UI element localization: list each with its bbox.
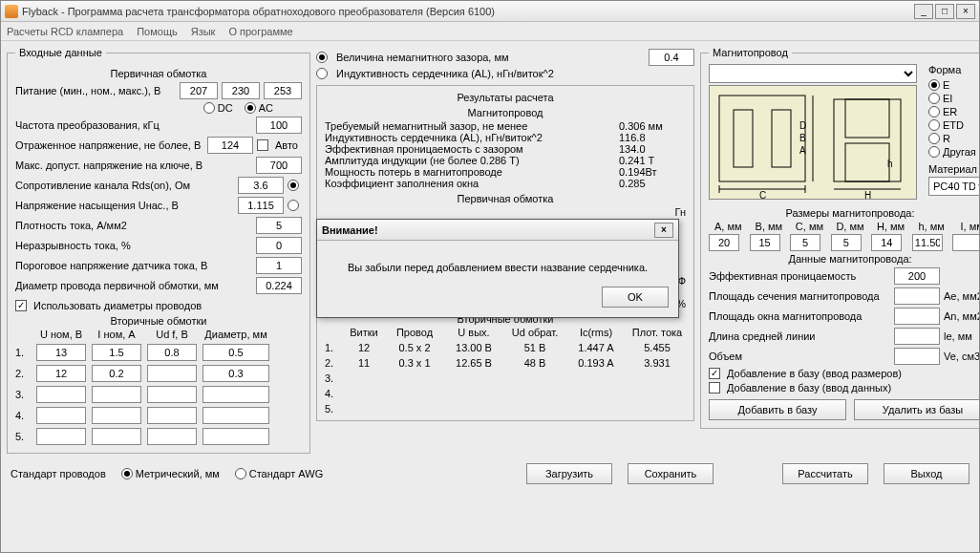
sec4-i[interactable] [92,407,141,424]
shape-er-radio[interactable] [928,106,940,117]
titlebar: Flyback - Программа расчета трансформато… [1,1,979,22]
sec5-u[interactable] [36,428,86,445]
sec5-uf[interactable] [147,428,197,445]
menu-help[interactable]: Помощь [137,26,178,37]
add-db-button[interactable]: Добавить в базу [709,399,846,420]
svg-text:D: D [799,120,806,131]
shape-ei-radio[interactable] [928,93,940,104]
menu-rcd[interactable]: Расчеты RCD клампера [7,26,123,37]
dialog-message: Вы забыли перед добавлением ввести назва… [317,241,678,287]
supply-label: Питание (мин., ном., макс.), В [15,85,176,96]
dialog-close-button[interactable]: × [654,223,673,238]
sec2-d[interactable] [202,365,269,382]
sec2-uf[interactable] [147,365,197,382]
jden-input[interactable] [256,217,302,234]
ac-radio[interactable] [245,102,256,114]
sec-col-i: I ном, A [92,329,141,340]
save-button[interactable]: Сохранить [628,463,714,484]
gap-input[interactable] [649,49,694,66]
al-radio[interactable] [316,68,328,79]
menu-language[interactable]: Язык [191,26,216,37]
dim-c[interactable] [790,234,820,251]
exit-button[interactable]: Выход [884,463,969,484]
core-select[interactable] [709,64,917,83]
usat-radio[interactable] [288,200,299,211]
menu-about[interactable]: О программе [228,26,292,37]
ve-input[interactable] [894,348,940,365]
maximize-button[interactable]: □ [935,4,954,19]
load-button[interactable]: Загрузить [526,463,612,484]
sec4-d[interactable] [202,407,269,424]
dims-grid: A, мм B, мм C, мм D, мм H, мм h, мм I, м… [709,221,980,251]
dim-h[interactable] [871,234,902,251]
sec3-uf[interactable] [147,386,197,403]
minimize-button[interactable]: _ [914,4,933,19]
supply-nom-input[interactable] [222,82,260,99]
shape-other-radio[interactable] [928,146,940,158]
vor-input[interactable] [207,137,253,154]
shape-radios: Форма E EI ER ETD R Другая Материал PC40… [928,64,980,205]
calc-button[interactable]: Рассчитать [782,463,868,484]
auto-label: Авто [275,139,302,151]
app-icon [5,5,18,18]
add-dims-check[interactable] [709,368,720,379]
dc-label: DC [218,102,233,114]
sec2-u[interactable] [36,365,86,382]
sec5-i[interactable] [92,428,141,445]
metric-radio[interactable] [121,468,133,479]
shape-e-radio[interactable] [928,79,940,91]
sec1-u[interactable] [36,344,86,361]
rds-input[interactable] [238,177,284,194]
usat-input[interactable] [238,197,284,214]
sec3-u[interactable] [36,386,86,403]
dim-i[interactable] [952,234,980,251]
sec3-d[interactable] [202,386,269,403]
usewire-check[interactable] [15,300,27,311]
al-label: Индуктивность сердечника (AL), нГн/виток… [336,68,554,79]
svg-rect-1 [734,110,753,167]
dialog-ok-button[interactable]: OK [602,287,669,308]
supply-max-input[interactable] [264,82,302,99]
dwire-input[interactable] [256,277,302,294]
freq-label: Частота преобразования, кГц [15,119,252,131]
svg-text:A: A [799,145,806,156]
dc-radio[interactable] [203,102,215,114]
dim-d[interactable] [831,234,862,251]
dim-b[interactable] [750,234,780,251]
vsense-input[interactable] [256,257,302,274]
shape-label: Форма [928,64,980,75]
sec-col-u: U ном, В [36,329,86,340]
usewire-label: Использовать диаметры проводов [33,300,202,311]
del-db-button[interactable]: Удалить из базы [854,399,980,420]
ac-label: AC [259,102,273,114]
sec4-u[interactable] [36,407,86,424]
effperm-input[interactable] [894,267,940,285]
rds-radio[interactable] [288,180,299,191]
add-data-check[interactable] [709,382,720,393]
supply-min-input[interactable] [180,82,218,99]
sec2-i[interactable] [92,365,141,382]
freq-input[interactable] [256,117,302,134]
svg-text:h: h [887,159,893,169]
sec1-i[interactable] [92,344,141,361]
dim-hh[interactable] [912,234,943,251]
shape-r-radio[interactable] [928,133,940,144]
sec1-uf[interactable] [147,344,197,361]
close-button[interactable]: × [956,4,975,19]
dim-a[interactable] [709,234,739,251]
vds-input[interactable] [256,157,302,174]
icont-input[interactable] [256,237,302,254]
sec3-i[interactable] [92,386,141,403]
gap-radio[interactable] [316,52,328,63]
ae-input[interactable] [894,287,940,305]
mat-select[interactable]: PC40 TDK [928,177,980,196]
awg-radio[interactable] [235,468,246,479]
sec4-uf[interactable] [147,407,197,424]
auto-check[interactable] [257,139,268,151]
sec5-d[interactable] [202,428,269,445]
sec1-d[interactable] [202,344,269,361]
an-input[interactable] [894,308,940,325]
mat-label: Материал [928,163,980,175]
shape-etd-radio[interactable] [928,119,940,131]
le-input[interactable] [894,328,940,345]
